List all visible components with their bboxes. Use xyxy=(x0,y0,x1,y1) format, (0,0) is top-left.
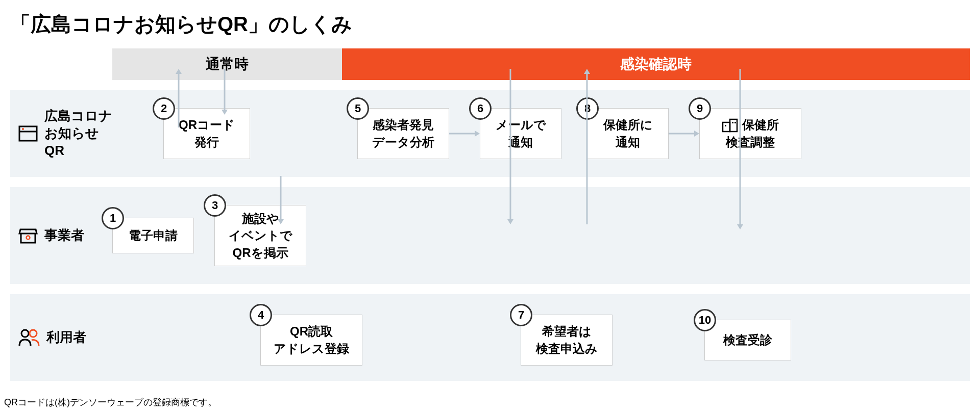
step-2-box: 2 QRコード 発行 xyxy=(163,108,250,159)
step-5-text-2: データ分析 xyxy=(372,134,434,151)
svg-point-12 xyxy=(27,236,30,240)
step-3-text-3: QRを掲示 xyxy=(233,244,288,262)
svg-point-13 xyxy=(21,330,29,337)
svg-point-14 xyxy=(30,330,37,337)
arrow-5-to-6 xyxy=(449,128,480,139)
svg-marker-9 xyxy=(475,131,480,137)
lane-user-label-text: 利用者 xyxy=(46,329,86,346)
step-10-badge: 10 xyxy=(694,309,716,331)
step-5-badge: 5 xyxy=(347,97,369,120)
step-3-badge: 3 xyxy=(204,194,226,217)
step-1-text-1: 電子申請 xyxy=(129,227,178,244)
users-icon xyxy=(18,327,40,348)
step-9-badge: 9 xyxy=(689,97,711,120)
footnote: QRコードは(株)デンソーウェーブの登録商標です。 xyxy=(0,391,980,408)
step-4-badge: 4 xyxy=(250,304,272,326)
step-3-box: 3 施設や イベントで QRを掲示 xyxy=(214,205,306,266)
lane-system-label: 広島コロナ お知らせQR xyxy=(10,108,112,159)
step-2-text-1: QRコード xyxy=(179,116,235,134)
step-6-badge: 6 xyxy=(469,97,492,120)
page-title: 「広島コロナお知らせQR」のしくみ xyxy=(0,0,980,48)
svg-point-2 xyxy=(22,128,24,130)
step-8-text-1: 保健所に xyxy=(603,116,653,134)
lane-system-label-line2: お知らせQR xyxy=(44,125,112,160)
step-4-text-2: アドレス登録 xyxy=(274,340,349,357)
swimlanes: 広島コロナ お知らせQR 2 QRコード 発行 5 感染者発見 データ分析 6 … xyxy=(10,90,970,381)
lane-user: 利用者 4 QR読取 アドレス登録 7 希望者は 検査申込み 10 検査受診 xyxy=(10,294,970,381)
step-7-text-1: 希望者は xyxy=(542,323,592,340)
header-infection: 感染確認時 xyxy=(342,48,970,80)
step-5-text-1: 感染者発見 xyxy=(373,116,434,134)
step-7-text-2: 検査申込み xyxy=(536,340,598,357)
phase-headers: 通常時 感染確認時 xyxy=(112,48,970,80)
step-7-badge: 7 xyxy=(510,304,532,326)
lane-system: 広島コロナ お知らせQR 2 QRコード 発行 5 感染者発見 データ分析 6 … xyxy=(10,90,970,177)
lane-business: 事業者 1 電子申請 3 施設や イベントで QRを掲示 xyxy=(10,187,970,284)
svg-rect-6 xyxy=(734,122,736,123)
lane-user-label: 利用者 xyxy=(10,327,112,348)
step-10-box: 10 検査受診 xyxy=(704,320,791,360)
lane-business-label-text: 事業者 xyxy=(44,227,84,244)
svg-rect-3 xyxy=(723,122,730,132)
arrow-8-to-9 xyxy=(669,128,699,139)
lane-business-label: 事業者 xyxy=(10,225,112,246)
svg-rect-4 xyxy=(730,119,737,132)
svg-marker-11 xyxy=(694,131,699,137)
building-icon xyxy=(722,117,738,133)
step-4-box: 4 QR読取 アドレス登録 xyxy=(260,315,362,366)
app-window-icon xyxy=(18,123,38,144)
svg-rect-5 xyxy=(732,122,733,123)
svg-rect-7 xyxy=(725,125,726,126)
lane-system-label-line1: 広島コロナ xyxy=(44,108,112,125)
step-7-box: 7 希望者は 検査申込み xyxy=(521,315,612,366)
step-8-box: 8 保健所に 通知 xyxy=(587,108,669,159)
step-1-box: 1 電子申請 xyxy=(112,218,194,253)
step-8-badge: 8 xyxy=(576,97,599,120)
step-6-text-2: 通知 xyxy=(508,134,533,151)
svg-rect-0 xyxy=(19,126,37,141)
step-9-text-1: 検査調整 xyxy=(726,134,775,151)
step-8-text-2: 通知 xyxy=(616,134,640,151)
step-10-text-1: 検査受診 xyxy=(723,331,772,349)
step-1-badge: 1 xyxy=(102,207,124,229)
step-6-box: 6 メールで 通知 xyxy=(480,108,561,159)
store-icon xyxy=(18,225,38,246)
step-5-box: 5 感染者発見 データ分析 xyxy=(357,108,449,159)
step-3-text-1: 施設や xyxy=(242,210,279,227)
step-9-box: 9 保健所 検査調整 xyxy=(699,108,801,159)
step-6-text-1: メールで xyxy=(496,116,546,134)
step-2-badge: 2 xyxy=(153,97,175,120)
step-2-text-2: 発行 xyxy=(194,134,219,151)
step-3-text-2: イベントで xyxy=(229,227,292,244)
step-9-icon-label: 保健所 xyxy=(742,116,779,134)
header-normal: 通常時 xyxy=(112,48,342,80)
step-4-text-1: QR読取 xyxy=(290,323,333,340)
